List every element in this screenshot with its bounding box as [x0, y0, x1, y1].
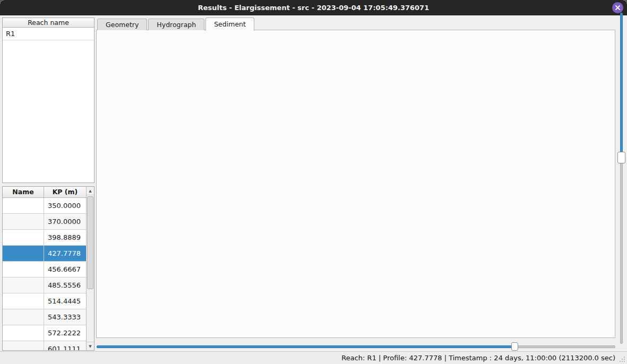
scroll-down-arrow-icon[interactable]: ▼ [87, 342, 94, 350]
cell-kp[interactable]: 543.3333 [44, 309, 87, 325]
cell-name[interactable] [3, 341, 44, 351]
status-text: Reach: R1 | Profile: 427.7778 | Timestam… [341, 354, 615, 362]
table-row[interactable]: 398.8889 [3, 230, 87, 246]
cell-kp[interactable]: 514.4445 [44, 293, 87, 309]
table-row[interactable]: 350.0000 [3, 198, 87, 214]
cell-name[interactable] [3, 198, 44, 213]
table-row[interactable]: 456.6667 [3, 262, 87, 278]
timestamp-slider-fill [97, 345, 514, 348]
close-icon [615, 5, 621, 11]
profile-slider-fill [620, 13, 623, 158]
table-row[interactable]: 514.4445 [3, 293, 87, 309]
cell-name[interactable] [3, 309, 44, 325]
table-row[interactable]: 485.5556 [3, 278, 87, 293]
cell-kp[interactable]: 350.0000 [44, 198, 87, 213]
cell-kp[interactable]: 427.7778 [44, 246, 87, 261]
cell-kp[interactable]: 398.8889 [44, 230, 87, 245]
table-row[interactable]: 370.0000 [3, 214, 87, 230]
reach-list: R1 [3, 28, 94, 40]
status-bar: Reach: R1 | Profile: 427.7778 | Timestam… [0, 351, 627, 364]
cell-name[interactable] [3, 262, 44, 277]
scroll-up-arrow-icon[interactable]: ▲ [87, 187, 94, 195]
timestamp-slider-thumb[interactable] [511, 342, 518, 351]
tab-hydrograph[interactable]: Hydrograph [148, 19, 204, 30]
reach-list-header: Reach name [3, 18, 94, 28]
table-scrollbar-thumb[interactable] [87, 196, 93, 289]
cell-name[interactable] [3, 246, 44, 261]
table-scrollbar[interactable]: ▲ ▼ [86, 187, 94, 350]
close-button[interactable] [612, 2, 623, 13]
tab-sediment[interactable]: Sediment [205, 18, 254, 31]
profile-slider[interactable] [617, 13, 625, 344]
table-row[interactable]: 427.7778 [3, 246, 87, 262]
tab-bar: GeometryHydrographSediment [97, 18, 255, 30]
table-row[interactable]: 601.1111 [3, 341, 87, 351]
reach-list-panel: Reach name R1 [2, 18, 95, 183]
table-row[interactable]: 543.3333 [3, 309, 87, 325]
cell-kp[interactable]: 485.5556 [44, 278, 87, 293]
window-titlebar: Results - Elargissement - src - 2023-09-… [0, 0, 627, 15]
cell-name[interactable] [3, 214, 44, 229]
cell-name[interactable] [3, 325, 44, 341]
profile-table-header: Name KP (m) [3, 187, 87, 198]
column-header-name[interactable]: Name [3, 187, 44, 198]
cell-kp[interactable]: 456.6667 [44, 262, 87, 277]
profile-slider-thumb[interactable] [617, 152, 625, 163]
timestamp-slider[interactable] [97, 342, 615, 351]
window-title: Results - Elargissement - src - 2023-09-… [198, 4, 429, 12]
column-header-kp[interactable]: KP (m) [44, 187, 87, 198]
sediment-tab-panel [96, 30, 615, 338]
cell-kp[interactable]: 572.2222 [44, 325, 87, 341]
reach-list-item[interactable]: R1 [3, 28, 94, 40]
cell-name[interactable] [3, 278, 44, 293]
cell-name[interactable] [3, 230, 44, 245]
profile-table-rows: 350.0000370.0000398.8889427.7778456.6667… [3, 198, 87, 351]
cell-name[interactable] [3, 293, 44, 309]
resize-grip-icon[interactable] [619, 356, 625, 362]
cell-kp[interactable]: 370.0000 [44, 214, 87, 229]
cell-kp[interactable]: 601.1111 [44, 341, 87, 351]
results-window: Results - Elargissement - src - 2023-09-… [0, 0, 627, 364]
table-row[interactable]: 572.2222 [3, 325, 87, 341]
tab-geometry[interactable]: Geometry [97, 19, 147, 30]
profile-table: Name KP (m) 350.0000370.0000398.8889427.… [2, 186, 95, 351]
